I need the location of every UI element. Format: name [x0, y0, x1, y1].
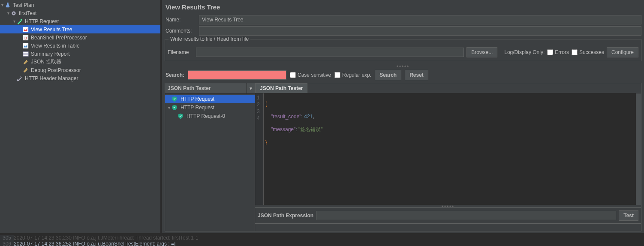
- tree-node-debug-post[interactable]: Debug PostProcessor: [0, 66, 160, 74]
- svg-rect-7: [23, 51, 28, 56]
- tree-label: Test Plan: [13, 2, 34, 8]
- tree-node-json-extractor[interactable]: JSON 提取器: [0, 58, 160, 66]
- result-node[interactable]: ▾ HTTP Request: [165, 103, 255, 112]
- svg-text:B: B: [24, 36, 27, 40]
- comments-label: Comments:: [165, 28, 199, 34]
- flask-icon: [4, 2, 11, 9]
- svg-rect-3: [23, 27, 28, 32]
- result-node[interactable]: HTTP Request-0: [165, 112, 255, 120]
- wrench-icon: [22, 67, 29, 74]
- tree-node-beanshell[interactable]: B BeanShell PreProcessor: [0, 33, 160, 42]
- code-content[interactable]: { "result_code": 421, "message": "签名错误" …: [264, 93, 641, 205]
- tree-node-view-results-tree[interactable]: View Results Tree: [0, 25, 160, 33]
- panel-title: View Results Tree: [165, 2, 641, 15]
- chevron-down-icon[interactable]: ▼: [247, 83, 255, 93]
- tree-label: JSON 提取器: [31, 58, 61, 66]
- successes-checkbox-wrap[interactable]: Successes: [572, 49, 604, 55]
- write-results-fieldset: Write results to file / Read from file F…: [165, 39, 641, 61]
- tab-json-path-tester[interactable]: JSON Path Tester: [255, 83, 307, 93]
- fieldset-legend: Write results to file / Read from file: [169, 36, 250, 42]
- tree-label: Summary Report: [31, 51, 70, 57]
- svg-point-1: [13, 12, 15, 14]
- regex-wrap[interactable]: Regular exp.: [334, 72, 371, 78]
- listener-panel: View Results Tree Name: Comments: Write …: [162, 0, 644, 233]
- shield-ok-icon: [177, 113, 184, 120]
- result-label: HTTP Request-0: [187, 113, 225, 119]
- tree-node-test-plan[interactable]: ▾ Test Plan: [0, 1, 160, 9]
- svg-point-2: [21, 19, 22, 21]
- tab-bar: JSON Path Tester: [255, 83, 641, 93]
- code-editor[interactable]: 1234 { "result_code": 421, "message": "签…: [255, 93, 641, 205]
- tree-node-header-manager[interactable]: HTTP Header Manager: [0, 74, 160, 82]
- result-label: HTTP Request: [181, 96, 214, 102]
- reset-button[interactable]: Reset: [405, 70, 428, 80]
- tree-label: HTTP Header Manager: [25, 75, 78, 81]
- search-row: Search: Case sensitive Regular exp. Sear…: [165, 67, 641, 83]
- results-container: JSON Path Tester ▼ HTTP Request ▾ HTTP R…: [165, 83, 641, 231]
- configure-button[interactable]: Configure: [607, 47, 638, 57]
- shield-ok-icon: [171, 104, 178, 111]
- shield-ok-icon: [171, 96, 178, 102]
- filename-input[interactable]: [196, 48, 464, 57]
- json-path-label: JSON Path Expression: [258, 213, 313, 219]
- errors-checkbox-wrap[interactable]: Errors: [547, 49, 569, 55]
- results-tree[interactable]: HTTP Request ▾ HTTP Request HTTP Request…: [165, 94, 255, 231]
- errors-checkbox[interactable]: [547, 49, 553, 55]
- log-text: 2020-07-17 14:23:30,230 INFO o.a.j.t.JMe…: [14, 235, 644, 246]
- successes-checkbox[interactable]: [572, 49, 578, 55]
- table-icon: [22, 51, 29, 57]
- tree-label: View Results Tree: [31, 27, 72, 33]
- tree-label: HTTP Request: [25, 18, 59, 24]
- search-button[interactable]: Search: [375, 70, 401, 80]
- tree-label: View Results in Table: [31, 43, 80, 49]
- chart-icon: [22, 26, 29, 33]
- tree-node-thread-group[interactable]: ▾ firstTest: [0, 9, 160, 17]
- name-label: Name:: [165, 17, 199, 23]
- log-panel[interactable]: 305 306 2020-07-17 14:23:30,230 INFO o.a…: [0, 233, 644, 246]
- tree-node-http-request[interactable]: ▾ HTTP Request: [0, 17, 160, 25]
- tree-label: firstTest: [19, 10, 36, 16]
- bean-icon: B: [22, 34, 29, 41]
- pipette-icon: [16, 18, 23, 25]
- json-path-row: JSON Path Expression Test: [255, 207, 641, 223]
- case-sensitive-wrap[interactable]: Case sensitive: [290, 72, 331, 78]
- tree-node-summary[interactable]: Summary Report: [0, 50, 160, 58]
- renderer-value: JSON Path Tester: [165, 83, 247, 93]
- regex-checkbox[interactable]: [334, 72, 340, 78]
- log-display-label: Log/Display Only:: [504, 49, 545, 55]
- test-plan-tree[interactable]: ▾ Test Plan ▾ firstTest ▾ HTTP Request V…: [0, 0, 162, 233]
- svg-rect-6: [23, 43, 28, 48]
- json-path-input[interactable]: [316, 211, 616, 220]
- browse-button[interactable]: Browse...: [466, 47, 497, 57]
- tree-label: BeanShell PreProcessor: [31, 35, 87, 41]
- test-button[interactable]: Test: [619, 210, 638, 221]
- expand-toggle[interactable]: ▾: [6, 11, 10, 15]
- tree-label: Debug PostProcessor: [31, 67, 81, 73]
- tools-icon: [16, 75, 23, 82]
- filename-label: Filename: [168, 49, 193, 55]
- search-input[interactable]: [188, 70, 286, 80]
- search-label: Search:: [166, 72, 184, 78]
- result-label: HTTP Request: [181, 105, 214, 111]
- expand-toggle[interactable]: ▾: [0, 3, 4, 7]
- log-gutter: 305 306: [0, 235, 14, 246]
- renderer-combo[interactable]: JSON Path Tester ▼: [165, 83, 255, 94]
- name-input[interactable]: [199, 15, 641, 24]
- tree-node-results-table[interactable]: View Results in Table: [0, 42, 160, 50]
- results-right-panel: JSON Path Tester 1234 { "result_code": 4…: [255, 83, 641, 231]
- comments-input[interactable]: [199, 26, 641, 36]
- json-path-result: [255, 223, 641, 231]
- result-node[interactable]: HTTP Request: [165, 95, 255, 103]
- expand-toggle[interactable]: ▾: [12, 19, 16, 24]
- results-left-panel: JSON Path Tester ▼ HTTP Request ▾ HTTP R…: [165, 83, 255, 231]
- expand-toggle[interactable]: ▾: [167, 105, 171, 110]
- line-gutter: 1234: [255, 93, 264, 205]
- case-sensitive-checkbox[interactable]: [290, 72, 296, 78]
- gear-icon: [10, 10, 17, 17]
- chart-icon: [22, 42, 29, 49]
- wrench-icon: [22, 59, 29, 66]
